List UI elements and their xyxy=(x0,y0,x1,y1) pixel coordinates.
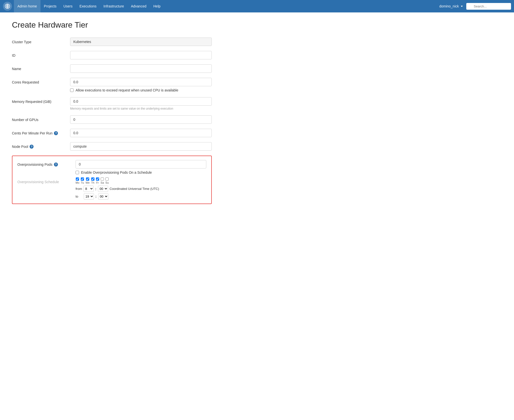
nav-user-menu[interactable]: domino_nick xyxy=(436,0,466,12)
node-pool-input[interactable] xyxy=(70,142,212,151)
nav-projects[interactable]: Projects xyxy=(41,0,60,12)
overprov-pods-row: Overprovisioning Pods ? Enable Overprovi… xyxy=(17,160,206,174)
node-pool-control xyxy=(70,142,212,151)
overprov-schedule-checkbox[interactable] xyxy=(76,171,79,174)
node-pool-help-icon[interactable]: ? xyxy=(30,145,34,149)
name-row: Name xyxy=(12,64,212,73)
day-label-fr: Fr xyxy=(96,181,99,184)
id-label: ID xyxy=(12,51,64,57)
nav-executions[interactable]: Executions xyxy=(76,0,100,12)
chevron-down-icon xyxy=(461,6,463,7)
overprov-pods-input[interactable] xyxy=(76,160,206,168)
app-logo xyxy=(3,2,12,11)
day-checkbox-sa[interactable] xyxy=(101,177,104,181)
cores-control: Allow executions to exceed request when … xyxy=(70,78,212,92)
memory-label: Memory Requested (GiB) xyxy=(12,97,64,104)
day-checkbox-fr[interactable] xyxy=(96,177,99,181)
name-control xyxy=(70,64,212,73)
memory-hint: Memory requests and limits are set to sa… xyxy=(70,107,212,110)
schedule-day-we: We xyxy=(86,177,89,184)
day-label-mo: Mo xyxy=(76,181,79,184)
time-colon-1: : xyxy=(95,187,96,191)
cores-exceed-label[interactable]: Allow executions to exceed request when … xyxy=(76,88,178,92)
gpus-row: Number of GPUs xyxy=(12,115,212,124)
day-checkbox-su[interactable] xyxy=(105,177,109,181)
cores-input[interactable] xyxy=(70,78,212,86)
cluster-type-label: Cluster Type xyxy=(12,38,64,44)
overprov-schedule-control: MoTuWeThFrSaSu from 8910 : 00153045 Coor… xyxy=(76,177,206,200)
cents-row: Cents Per Minute Per Run ? xyxy=(12,129,212,137)
cents-label: Cents Per Minute Per Run ? xyxy=(12,129,64,135)
overprov-pods-control: Enable Overprovisioning Pods On a Schedu… xyxy=(76,160,206,174)
gpus-label: Number of GPUs xyxy=(12,115,64,122)
schedule-to-row: to 192021 : 00153045 xyxy=(76,193,206,200)
cluster-type-control xyxy=(70,38,212,46)
overprov-schedule-label[interactable]: Enable Overprovisioning Pods On a Schedu… xyxy=(81,170,152,174)
navbar: Admin home Projects Users Executions Inf… xyxy=(0,0,514,12)
cluster-type-input[interactable] xyxy=(70,38,212,46)
overprovisioning-section: Overprovisioning Pods ? Enable Overprovi… xyxy=(12,156,212,204)
gpus-control xyxy=(70,115,212,124)
day-label-sa: Sa xyxy=(101,181,104,184)
node-pool-label: Node Pool ? xyxy=(12,142,64,149)
day-checkbox-th[interactable] xyxy=(91,177,94,181)
to-hour-select[interactable]: 192021 xyxy=(84,193,94,200)
overprov-schedule-row: Overprovisioning Schedule MoTuWeThFrSaSu… xyxy=(17,177,206,200)
schedule-day-fr: Fr xyxy=(96,177,99,184)
cents-help-icon[interactable]: ? xyxy=(54,131,58,135)
day-checkbox-tu[interactable] xyxy=(81,177,84,181)
from-label: from xyxy=(76,187,82,191)
day-label-su: Su xyxy=(105,181,109,184)
page-title: Create Hardware Tier xyxy=(12,20,212,30)
overprov-pods-help-icon[interactable]: ? xyxy=(54,163,58,167)
id-row: ID xyxy=(12,51,212,59)
day-label-we: We xyxy=(86,181,89,184)
day-label-tu: Tu xyxy=(81,181,84,184)
to-label: to xyxy=(76,195,78,198)
schedule-day-mo: Mo xyxy=(76,177,79,184)
cores-label: Cores Requested xyxy=(12,78,64,84)
nav-advanced[interactable]: Advanced xyxy=(128,0,150,12)
search-container xyxy=(466,3,511,10)
day-label-th: Th xyxy=(91,181,94,184)
schedule-days: MoTuWeThFrSaSu xyxy=(76,177,206,184)
cluster-type-row: Cluster Type xyxy=(12,38,212,46)
cents-control xyxy=(70,129,212,137)
page-content: Create Hardware Tier Cluster Type ID Nam… xyxy=(0,12,224,224)
name-input[interactable] xyxy=(70,64,212,73)
overprov-schedule-label-text: Overprovisioning Schedule xyxy=(17,177,70,184)
schedule-day-tu: Tu xyxy=(81,177,84,184)
from-hour-select[interactable]: 8910 xyxy=(84,186,94,192)
to-minute-select[interactable]: 00153045 xyxy=(98,193,108,200)
memory-control: Memory requests and limits are set to sa… xyxy=(70,97,212,110)
name-label: Name xyxy=(12,64,64,71)
node-pool-row: Node Pool ? xyxy=(12,142,212,151)
nav-help[interactable]: Help xyxy=(150,0,164,12)
nav-users[interactable]: Users xyxy=(60,0,76,12)
overprov-pods-label: Overprovisioning Pods ? xyxy=(17,160,70,167)
timezone-label: Coordinated Universal Time (UTC) xyxy=(110,187,159,191)
from-minute-select[interactable]: 00153045 xyxy=(98,186,108,192)
day-checkbox-we[interactable] xyxy=(86,177,89,181)
cores-row: Cores Requested Allow executions to exce… xyxy=(12,78,212,92)
memory-row: Memory Requested (GiB) Memory requests a… xyxy=(12,97,212,110)
memory-input[interactable] xyxy=(70,97,212,106)
nav-admin-home[interactable]: Admin home xyxy=(14,0,41,12)
nav-infrastructure[interactable]: Infrastructure xyxy=(100,0,127,12)
schedule-from-row: from 8910 : 00153045 Coordinated Univers… xyxy=(76,186,206,192)
cores-checkbox-row: Allow executions to exceed request when … xyxy=(70,88,212,92)
id-control xyxy=(70,51,212,59)
day-checkbox-mo[interactable] xyxy=(76,177,79,181)
schedule-day-th: Th xyxy=(91,177,94,184)
id-input[interactable] xyxy=(70,51,212,59)
gpus-input[interactable] xyxy=(70,115,212,124)
search-input[interactable] xyxy=(466,3,511,10)
schedule-day-su: Su xyxy=(105,177,109,184)
overprov-schedule-checkbox-row: Enable Overprovisioning Pods On a Schedu… xyxy=(76,170,206,174)
cents-input[interactable] xyxy=(70,129,212,137)
schedule-day-sa: Sa xyxy=(101,177,104,184)
cores-exceed-checkbox[interactable] xyxy=(70,88,74,92)
time-colon-2: : xyxy=(95,195,97,199)
